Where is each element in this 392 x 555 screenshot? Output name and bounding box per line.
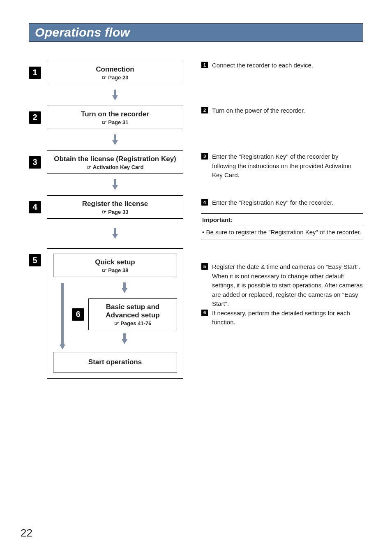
flow-box-quick-setup: Quick setup ☞ Page 38 bbox=[53, 254, 177, 277]
manual-page: Operations flow 1 Connection ☞ Page 23 2… bbox=[0, 0, 392, 555]
step-badge-4: 4 bbox=[29, 201, 41, 213]
flow-step-3: 3 Obtain the license (Registration Key) … bbox=[29, 150, 183, 174]
desc-item-6: 6 If necessary, perform the detailed set… bbox=[201, 309, 363, 327]
flow-ref: ☞ Activation Key Card bbox=[51, 164, 180, 170]
step-badge-6: 6 bbox=[72, 308, 84, 321]
flow-step-1: 1 Connection ☞ Page 23 bbox=[29, 61, 183, 84]
flow-step-4: 4 Register the license ☞ Page 33 bbox=[29, 195, 183, 219]
desc-badge-3: 3 bbox=[201, 153, 208, 160]
desc-badge-4: 4 bbox=[201, 199, 208, 206]
desc-item-2: 2 Turn on the power of the recorder. bbox=[201, 106, 363, 116]
page-number: 22 bbox=[21, 527, 32, 539]
desc-badge-5: 5 bbox=[201, 263, 208, 270]
desc-text: If necessary, perform the detailed setti… bbox=[212, 309, 363, 327]
flow-ref: ☞ Page 38 bbox=[57, 267, 173, 273]
flow-ref: ☞ Page 31 bbox=[51, 119, 180, 125]
section-header: Operations flow bbox=[29, 23, 363, 42]
step-badge-3: 3 bbox=[29, 156, 41, 169]
flow-box-basic-advanced: Basic setup and Advanced setup ☞ Pages 4… bbox=[88, 298, 177, 330]
arrow-down-icon bbox=[112, 179, 118, 190]
desc-item-3: 3 Enter the "Registration Key" of the re… bbox=[201, 152, 363, 180]
step-badge-5: 5 bbox=[29, 254, 41, 266]
descriptions-column: 1 Connect the recorder to each device. 2… bbox=[201, 61, 363, 379]
desc-text: Enter the "Registration Key" of the reco… bbox=[212, 152, 363, 180]
flow-ref: ☞ Page 33 bbox=[51, 209, 180, 215]
bypass-arrow-icon bbox=[60, 283, 65, 349]
flow-title: Register the license bbox=[51, 200, 180, 208]
desc-item-5: 5 Register the date & time and cameras o… bbox=[201, 262, 363, 309]
desc-text: Enter the "Registration Key" for the rec… bbox=[212, 198, 363, 208]
desc-badge-6: 6 bbox=[201, 310, 208, 316]
flow-title: Obtain the license (Registration Key) bbox=[51, 155, 180, 163]
desc-text: Register the date & time and cameras on … bbox=[212, 262, 363, 309]
flow-group-lower: Quick setup ☞ Page 38 bbox=[47, 248, 183, 379]
arrow-down-icon bbox=[122, 333, 127, 344]
flow-box-license-obtain: Obtain the license (Registration Key) ☞ … bbox=[47, 150, 183, 174]
flow-box-connection: Connection ☞ Page 23 bbox=[47, 61, 183, 84]
flow-title: Connection bbox=[51, 65, 180, 74]
important-title: Important: bbox=[201, 213, 363, 227]
flow-step-2: 2 Turn on the recorder ☞ Page 31 bbox=[29, 106, 183, 129]
section-title: Operations flow bbox=[35, 25, 130, 39]
desc-badge-2: 2 bbox=[201, 107, 208, 113]
desc-text: Turn on the power of the recorder. bbox=[212, 106, 363, 116]
important-bullet: Be sure to register the "Registration Ke… bbox=[202, 228, 362, 237]
arrow-down-icon bbox=[122, 282, 127, 293]
flow-title: Quick setup bbox=[57, 258, 173, 266]
desc-item-4: 4 Enter the "Registration Key" for the r… bbox=[201, 198, 363, 208]
step-badge-1: 1 bbox=[29, 67, 41, 79]
flow-chart: 1 Connection ☞ Page 23 2 Turn on the rec… bbox=[29, 61, 183, 379]
flow-title: Turn on the recorder bbox=[51, 110, 180, 118]
step-badge-2: 2 bbox=[29, 111, 41, 124]
arrow-down-icon bbox=[112, 228, 118, 239]
arrow-down-icon bbox=[112, 90, 118, 100]
flow-box-license-register: Register the license ☞ Page 33 bbox=[47, 195, 183, 219]
flow-ref: ☞ Pages 41-76 bbox=[92, 320, 173, 326]
flow-title: Basic setup and bbox=[92, 303, 173, 311]
flow-title: Advanced setup bbox=[92, 311, 173, 319]
flow-ref: ☞ Page 23 bbox=[51, 74, 180, 81]
flow-box-power: Turn on the recorder ☞ Page 31 bbox=[47, 106, 183, 129]
content-columns: 1 Connection ☞ Page 23 2 Turn on the rec… bbox=[29, 61, 363, 379]
desc-item-1: 1 Connect the recorder to each device. bbox=[201, 61, 363, 70]
important-note: Important: Be sure to register the "Regi… bbox=[201, 213, 363, 240]
flow-title: Start operations bbox=[88, 358, 142, 366]
flow-box-start: Start operations bbox=[53, 352, 177, 372]
desc-text: Connect the recorder to each device. bbox=[212, 61, 363, 70]
arrow-down-icon bbox=[112, 134, 118, 145]
desc-badge-1: 1 bbox=[201, 62, 208, 68]
